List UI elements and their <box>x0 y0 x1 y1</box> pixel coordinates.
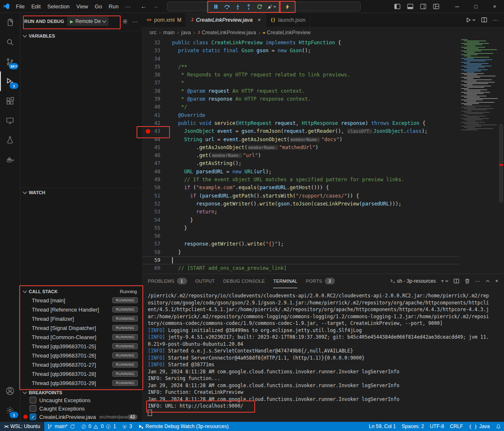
callstack-thread-row[interactable]: Thread [Common-Cleaner]RUNNING <box>20 332 142 342</box>
gutter[interactable]: 37 <box>142 79 172 87</box>
new-terminal-button[interactable]: + <box>441 278 448 284</box>
activity-docker[interactable] <box>0 150 20 170</box>
code-line[interactable]: 44 String url = event.getAsJsonObject(me… <box>142 136 459 144</box>
debug-settings-gear-icon[interactable] <box>122 18 128 25</box>
terminal-output[interactable]: /pierrick/.m2/repository/io/cloudevents/… <box>148 292 497 421</box>
gutter[interactable]: 40 <box>142 103 172 111</box>
maximize-button[interactable]: □ <box>466 0 485 13</box>
gutter[interactable]: 45 <box>142 144 172 152</box>
gutter[interactable]: 48 <box>142 168 172 176</box>
breakpoint-row[interactable]: Caught Exceptions <box>20 404 142 413</box>
code-line[interactable]: 34 <box>142 55 459 63</box>
code-line[interactable]: 56 <box>142 232 459 240</box>
gutter[interactable]: 50 <box>142 184 172 192</box>
pause-button[interactable] <box>211 2 221 11</box>
activity-explorer[interactable] <box>0 13 20 32</box>
breadcrumb-item[interactable]: java <box>181 30 191 35</box>
code-line[interactable]: 50 if ("example.com".equals(parsedURL.ge… <box>142 184 459 192</box>
tab-createlinkpreview-java[interactable]: JCreateLinkPreview.java× <box>186 13 266 28</box>
callstack-thread-row[interactable]: Thread [qtp399683701-26]RUNNING <box>20 351 142 360</box>
gutter[interactable]: 36 <box>142 71 172 79</box>
panel-tab-ports[interactable]: PORTS3 <box>306 274 334 288</box>
code-line[interactable]: 48 URL parsedURL = new URL(url); <box>142 168 459 176</box>
panel-tab-terminal[interactable]: TERMINAL <box>273 274 297 288</box>
scrollbar-slider[interactable] <box>499 124 503 203</box>
menu-item-more[interactable]: ··· <box>122 2 134 11</box>
code-line[interactable]: 60 // [START add_ons_case_preview_link] <box>142 264 459 272</box>
code-line[interactable]: 42 public void service(HttpRequest reque… <box>142 119 459 127</box>
breadcrumb-item[interactable]: JCreateLinkPreview.java <box>198 30 256 35</box>
code-line[interactable]: 57 response.getWriter().write("{}"); <box>142 240 459 248</box>
code-line[interactable]: 39 * @param response An HTTP response co… <box>142 95 459 103</box>
account-button[interactable] <box>0 381 20 401</box>
toggle-secondary-sidebar-icon[interactable] <box>420 4 426 9</box>
gutter[interactable]: 43 <box>142 127 172 135</box>
customize-layout-icon[interactable] <box>433 4 439 9</box>
callstack-thread-row[interactable]: Thread [Reference Handler]RUNNING <box>20 305 142 314</box>
gutter[interactable]: 58 <box>142 248 172 256</box>
ports-status[interactable]: 3 <box>119 422 135 431</box>
gutter[interactable]: 41 <box>142 112 172 119</box>
split-terminal-icon[interactable] <box>453 278 459 284</box>
cursor-position-status[interactable]: Ln 59, Col 1 <box>366 422 399 431</box>
gutter[interactable]: 46 <box>142 152 172 160</box>
activity-source-control[interactable]: 1K+ <box>0 52 20 71</box>
gutter[interactable]: 35 <box>142 63 172 71</box>
code-line[interactable]: 35 /** <box>142 63 459 71</box>
step-into-button[interactable] <box>233 2 243 11</box>
callstack-thread-row[interactable]: Thread [qtp399683701-29]RUNNING <box>20 378 142 388</box>
gutter[interactable]: 39 <box>142 95 172 103</box>
toggle-panel-icon[interactable] <box>407 4 413 9</box>
activity-extensions[interactable] <box>0 91 20 111</box>
callstack-thread-row[interactable]: Thread [qtp399683701-27]RUNNING <box>20 360 142 369</box>
lightning-button[interactable] <box>282 2 292 11</box>
breakpoint-icon[interactable] <box>146 129 150 134</box>
git-branch-status[interactable]: main* <box>44 422 78 431</box>
close-panel-icon[interactable]: × <box>495 278 498 284</box>
gutter[interactable]: 38 <box>142 87 172 95</box>
maximize-panel-icon[interactable] <box>485 279 490 284</box>
breakpoint-row[interactable]: Uncaught Exceptions <box>20 396 142 404</box>
gutter[interactable]: 47 <box>142 160 172 167</box>
notifications-bell[interactable] <box>493 422 504 431</box>
remote-indicator[interactable]: >< WSL: Ubuntu <box>0 422 44 431</box>
run-java-button[interactable] <box>466 17 476 23</box>
encoding-status[interactable]: UTF-8 <box>427 422 447 431</box>
eol-status[interactable]: CRLF <box>447 422 466 431</box>
code-line[interactable]: 59 <box>142 256 459 264</box>
callstack-section-header[interactable]: CALL STACK Running <box>20 286 142 296</box>
code-line[interactable]: 46 .get(memberName:"url") <box>142 152 459 160</box>
gutter[interactable]: 34 <box>142 55 172 63</box>
gutter[interactable]: 49 <box>142 176 172 184</box>
code-line[interactable]: 55 } <box>142 224 459 232</box>
tab-pom-xml[interactable]: <>pom.xmlM <box>142 13 186 27</box>
callstack-thread-row[interactable]: Thread [Finalizer]RUNNING <box>20 314 142 323</box>
code-line[interactable]: 54 } <box>142 216 459 224</box>
settings-button[interactable]: 1 <box>0 401 20 420</box>
code-line[interactable]: 47 .getAsString(); <box>142 160 459 167</box>
activity-remote-explorer[interactable] <box>0 111 20 130</box>
breakpoint-row[interactable]: ✓CreateLinkPreview.javasrc/main/java43 <box>20 413 142 421</box>
indentation-status[interactable]: Spaces: 2 <box>399 422 427 431</box>
terminal-selector[interactable]: sh - 3p-resources <box>390 278 436 284</box>
breadcrumb-item[interactable]: src <box>149 30 157 35</box>
code-line[interactable]: 53 return; <box>142 208 459 216</box>
code-line[interactable]: 58 } <box>142 248 459 256</box>
menu-item-file[interactable]: File <box>13 2 28 11</box>
code-line[interactable]: 40 */ <box>142 103 459 111</box>
menu-item-edit[interactable]: Edit <box>28 2 44 11</box>
overview-ruler[interactable] <box>498 38 504 274</box>
gutter[interactable]: 53 <box>142 208 172 216</box>
split-editor-icon[interactable] <box>481 17 487 23</box>
menu-item-go[interactable]: Go <box>91 2 105 11</box>
menu-item-view[interactable]: View <box>73 2 91 11</box>
code-line[interactable]: 49 // If the event object URL matches a … <box>142 176 459 184</box>
code-line[interactable]: 36 * Responds to any HTTP request relate… <box>142 71 459 79</box>
gutter[interactable]: 51 <box>142 192 172 200</box>
watch-section-header[interactable]: WATCH <box>20 188 142 197</box>
launch-config-dropdown[interactable]: ▶ Remote De <box>67 17 109 26</box>
code-line[interactable]: 37 * <box>142 79 459 87</box>
editor-more-actions-icon[interactable]: ··· <box>493 17 498 23</box>
sidebar-more-actions-icon[interactable]: ··· <box>132 18 138 25</box>
menu-item-selection[interactable]: Selection <box>44 2 73 11</box>
